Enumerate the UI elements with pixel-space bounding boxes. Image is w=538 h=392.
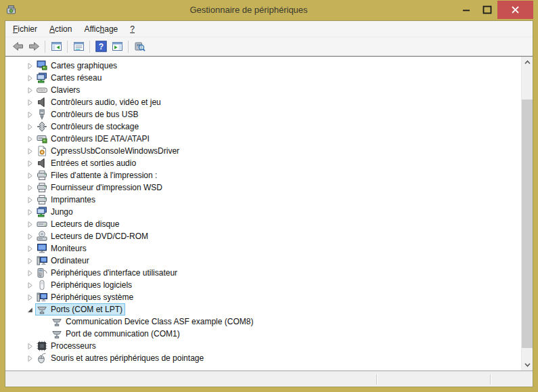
menu-item-action[interactable]: Action: [43, 22, 78, 36]
expand-collapsed-arrow-icon[interactable]: [24, 182, 35, 193]
tree-item[interactable]: Communication Device Class ASF example (…: [5, 315, 533, 328]
tree-item-row-surface[interactable]: CypressUsbConsoleWindowsDriver: [35, 145, 182, 157]
forward-button[interactable]: [26, 39, 42, 54]
tree-item-row-surface[interactable]: Lecteurs de DVD/CD-ROM: [35, 230, 151, 242]
expand-collapsed-arrow-icon[interactable]: [24, 219, 35, 230]
expand-collapsed-arrow-icon[interactable]: [24, 60, 35, 71]
expand-collapsed-arrow-icon[interactable]: [24, 353, 35, 364]
help-button[interactable]: ?: [93, 39, 109, 54]
tree-item-label: Contrôleurs de bus USB: [51, 110, 138, 119]
tree-item-row-surface[interactable]: Cartes graphiques: [35, 60, 120, 72]
tree-item-row-surface[interactable]: Périphériques système: [35, 291, 136, 303]
tree-item[interactable]: Cartes graphiques: [5, 60, 533, 72]
expand-expanded-arrow-icon[interactable]: [24, 304, 35, 315]
tree-item-row-surface[interactable]: Moniteurs: [35, 242, 89, 255]
menu-item-affichage[interactable]: Affichage: [78, 22, 124, 36]
tree-item[interactable]: Périphériques logiciels: [5, 279, 533, 291]
tree-item-row-surface[interactable]: Processeurs: [35, 340, 99, 352]
tree-item-row-surface[interactable]: Ports (COM et LPT): [35, 303, 125, 315]
tree-item[interactable]: CypressUsbConsoleWindowsDriver: [5, 145, 533, 157]
tree-item-row-surface[interactable]: Files d'attente à l'impression :: [35, 169, 160, 181]
tree-item[interactable]: Port de communication (COM1): [5, 328, 533, 340]
tree-item[interactable]: Claviers: [5, 84, 533, 96]
menu-item-?[interactable]: ?: [124, 22, 141, 36]
tree-item-row-surface[interactable]: Contrôleurs audio, vidéo et jeu: [35, 96, 164, 108]
expand-collapsed-arrow-icon[interactable]: [24, 267, 35, 278]
expand-collapsed-arrow-icon[interactable]: [24, 280, 35, 290]
computer-icon: [37, 255, 47, 266]
tree-item[interactable]: Contrôleurs de stockage: [5, 121, 533, 133]
tree-item-row-surface[interactable]: Cartes réseau: [35, 72, 104, 84]
show-console-tree-button[interactable]: [48, 39, 64, 54]
menu-item-fichier[interactable]: Fichier: [7, 22, 43, 36]
tree-item-row-surface[interactable]: Port de communication (COM1): [50, 328, 183, 340]
scroll-down-button[interactable]: [522, 359, 533, 370]
show-action-pane-button[interactable]: [109, 39, 125, 54]
properties-button[interactable]: [70, 39, 87, 54]
tree-item[interactable]: Ordinateur: [5, 255, 533, 267]
tree-item[interactable]: Files d'attente à l'impression :: [5, 169, 533, 181]
expand-collapsed-arrow-icon[interactable]: [24, 133, 35, 144]
tree-item-row-surface[interactable]: Imprimantes: [35, 194, 98, 206]
tree-item[interactable]: Moniteurs: [5, 242, 533, 255]
tree-item[interactable]: Imprimantes: [5, 194, 533, 206]
tree-item-row-surface[interactable]: Fournisseur d'impression WSD: [35, 181, 165, 194]
expand-collapsed-arrow-icon[interactable]: [24, 97, 35, 108]
tree-item[interactable]: Fournisseur d'impression WSD: [5, 181, 533, 194]
expand-collapsed-arrow-icon[interactable]: [24, 109, 35, 120]
scrollbar-thumb[interactable]: [522, 100, 533, 348]
tree-item-row-surface[interactable]: Souris et autres périphériques de pointa…: [35, 352, 206, 364]
expand-collapsed-arrow-icon[interactable]: [24, 170, 35, 181]
expand-collapsed-arrow-icon[interactable]: [24, 158, 35, 169]
close-button[interactable]: [497, 1, 533, 19]
tree-item-label: Files d'attente à l'impression :: [51, 171, 157, 180]
display-adapter-icon: [37, 60, 47, 71]
tree-item[interactable]: Périphériques d'interface utilisateur: [5, 267, 533, 279]
expand-collapsed-arrow-icon[interactable]: [24, 231, 35, 242]
scroll-up-button[interactable]: [522, 57, 533, 68]
expand-collapsed-arrow-icon[interactable]: [24, 206, 35, 217]
tree-item-row-surface[interactable]: Périphériques d'interface utilisateur: [35, 267, 180, 279]
software-device-icon: [37, 280, 47, 290]
minimize-button[interactable]: [455, 1, 476, 19]
toolbar-separator: [45, 41, 45, 53]
expand-collapsed-arrow-icon[interactable]: [24, 72, 35, 83]
tree-item[interactable]: Contrôleurs audio, vidéo et jeu: [5, 96, 533, 108]
scan-hardware-changes-button[interactable]: [131, 39, 148, 54]
expand-collapsed-arrow-icon[interactable]: [24, 292, 35, 303]
tree-item[interactable]: Processeurs: [5, 340, 533, 352]
tree-item[interactable]: Contrôleurs IDE ATA/ATAPI: [5, 133, 533, 145]
tree-item-row-surface[interactable]: Claviers: [35, 84, 83, 96]
tree-item[interactable]: Périphériques système: [5, 291, 533, 303]
tree-item[interactable]: Entrées et sorties audio: [5, 157, 533, 169]
keyboard-icon: [37, 85, 47, 95]
tree-item-row-surface[interactable]: Périphériques logiciels: [35, 279, 135, 291]
expand-collapsed-arrow-icon[interactable]: [24, 243, 35, 254]
tree-item-row-surface[interactable]: Communication Device Class ASF example (…: [50, 315, 256, 328]
tree-item[interactable]: Contrôleurs de bus USB: [5, 108, 533, 121]
expand-collapsed-arrow-icon[interactable]: [24, 194, 35, 205]
tree-item-label: Contrôleurs IDE ATA/ATAPI: [51, 134, 150, 144]
expand-collapsed-arrow-icon[interactable]: [24, 146, 35, 156]
tree-item-row-surface[interactable]: Lecteurs de disque: [35, 218, 122, 230]
expand-collapsed-arrow-icon[interactable]: [24, 341, 35, 351]
expand-collapsed-arrow-icon[interactable]: [24, 121, 35, 132]
toolbar: ?: [5, 37, 533, 56]
expand-collapsed-arrow-icon[interactable]: [24, 85, 35, 95]
tree-item[interactable]: Lecteurs de disque: [5, 218, 533, 230]
tree-item-row-surface[interactable]: Ordinateur: [35, 255, 92, 267]
vertical-scrollbar[interactable]: [521, 57, 533, 370]
tree-item[interactable]: Jungo: [5, 206, 533, 218]
tree-item-row-surface[interactable]: Contrôleurs de stockage: [35, 121, 141, 133]
tree-item[interactable]: Lecteurs de DVD/CD-ROM: [5, 230, 533, 242]
tree-item-row-surface[interactable]: Contrôleurs de bus USB: [35, 108, 141, 121]
tree-item-row-surface[interactable]: Entrées et sorties audio: [35, 157, 139, 169]
tree-item-row-surface[interactable]: Contrôleurs IDE ATA/ATAPI: [35, 133, 152, 145]
expand-collapsed-arrow-icon[interactable]: [24, 255, 35, 266]
tree-item[interactable]: Ports (COM et LPT): [5, 303, 533, 315]
tree-item[interactable]: Souris et autres périphériques de pointa…: [5, 352, 533, 364]
tree-item-row-surface[interactable]: Jungo: [35, 206, 76, 218]
tree-item[interactable]: Cartes réseau: [5, 72, 533, 84]
maximize-button[interactable]: [476, 1, 497, 19]
back-button[interactable]: [9, 39, 26, 54]
